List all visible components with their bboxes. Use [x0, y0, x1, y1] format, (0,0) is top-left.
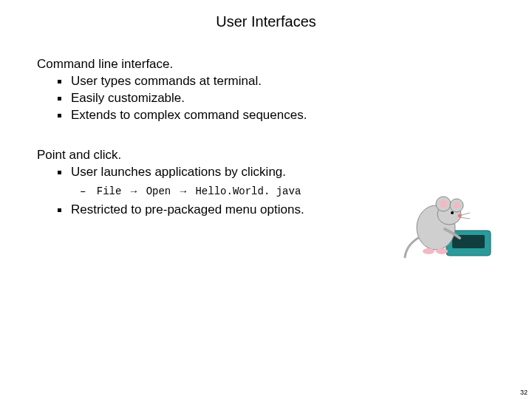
list-item: Easily customizable. — [55, 90, 495, 107]
svg-point-7 — [454, 202, 460, 208]
arrow-icon: → — [180, 185, 186, 197]
page-number: 32 — [520, 389, 528, 396]
slide-title: User Interfaces — [37, 13, 495, 30]
svg-point-8 — [451, 211, 454, 214]
section-cli: Command line interface. User types comma… — [37, 57, 495, 124]
cli-list: User types commands at terminal. Easily … — [37, 73, 495, 124]
list-item: User types commands at terminal. — [55, 73, 495, 90]
list-item: Extends to complex command sequences. — [55, 107, 495, 124]
mouse-computer-icon — [400, 185, 497, 262]
svg-point-13 — [436, 248, 448, 254]
dash-icon: – — [80, 185, 86, 197]
arrow-icon: → — [131, 185, 137, 197]
pac-heading: Point and click. — [37, 148, 495, 163]
list-item: User launches applications by clicking. — [55, 164, 495, 181]
example-part: Open — [146, 185, 171, 197]
clip-art-image — [400, 185, 497, 262]
svg-point-6 — [440, 200, 447, 208]
svg-point-12 — [423, 248, 434, 254]
example-part: File — [97, 185, 122, 197]
cli-heading: Command line interface. — [37, 57, 495, 72]
svg-line-11 — [460, 217, 470, 219]
example-part: Hello.World. java — [195, 185, 301, 197]
pac-list: User launches applications by clicking. — [37, 164, 495, 181]
